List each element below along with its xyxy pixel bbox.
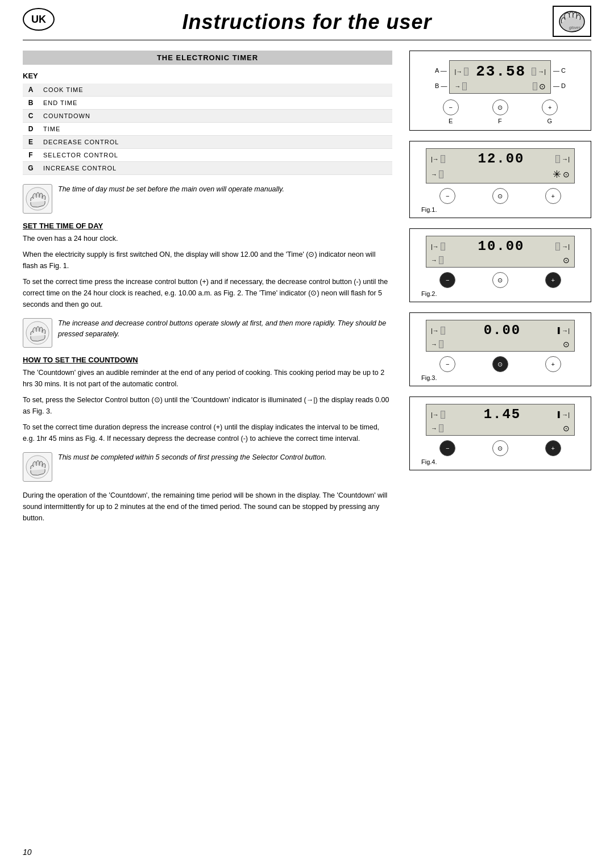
note-text-1: The time of day must be set before the m… (58, 184, 284, 195)
key-description: COOK TIME (39, 84, 392, 97)
fig1-time: 12.00 (447, 151, 555, 166)
fig1-minus-btn[interactable]: − (439, 188, 455, 204)
label-C: — C (553, 67, 566, 74)
hand-note-icon-3 (25, 454, 50, 479)
key-description: SELECTOR CONTROL (39, 149, 392, 162)
fig4-selector-btn[interactable]: ⊙ (492, 440, 508, 456)
set-time-para1: The oven has a 24 hour clock. (23, 233, 392, 244)
key-description: COUNTDOWN (39, 110, 392, 123)
key-description: DECREASE CONTROL (39, 136, 392, 149)
fig3-selector-btn[interactable]: ⊙ (492, 356, 508, 372)
set-time-para2: When the electricity supply is first swi… (23, 249, 392, 272)
fig2-time: 10.00 (447, 239, 555, 254)
fig1-label: Fig.1. (421, 206, 579, 213)
countdown-heading: HOW TO SET THE COUNTDOWN (23, 356, 392, 364)
svg-text:gloves: gloves (569, 26, 581, 30)
fig1-display: |→ 12.00 →| → ✳ ⊙ − (409, 141, 591, 218)
countdown-end-para1: During the operation of the 'Countdown',… (23, 490, 392, 524)
key-letter: G (23, 162, 39, 175)
hand-note-icon-2 (25, 320, 50, 345)
note-icon-1 (23, 184, 52, 214)
decrease-btn-main[interactable]: − (443, 99, 459, 115)
key-label: KEY (23, 72, 392, 80)
main-time-display: 23.58 (470, 63, 532, 80)
label-B: B — (435, 82, 447, 89)
header-divider (23, 40, 591, 40)
main-display-figure: A — B — |→ 23.58 →| → (409, 51, 591, 131)
key-letter: E (23, 136, 39, 149)
section-header: THE ELECTRONIC TIMER (23, 51, 392, 65)
fig2-minus-btn[interactable]: − (439, 272, 455, 288)
fig1-selector-btn[interactable]: ⊙ (492, 188, 508, 204)
increase-btn-main[interactable]: + (542, 99, 558, 115)
key-table-row: FSELECTOR CONTROL (23, 149, 392, 162)
fig2-label: Fig.2. (421, 290, 579, 297)
fig4-time: 1.45 (447, 407, 558, 422)
fig4-label: Fig.4. (421, 458, 579, 465)
fig3-display: |→ 0.00 ▌ →| → ⊙ − ⊙ (409, 312, 591, 386)
label-G: G (547, 118, 553, 124)
main-content: THE ELECTRONIC TIMER KEY ACOOK TIMEBEND … (0, 51, 614, 528)
note-box-2: The increase and decrease control button… (23, 318, 392, 348)
countdown-para1: The 'Countdown' gives an audible reminde… (23, 367, 392, 390)
uk-badge: UK (23, 8, 55, 31)
label-E: E (449, 118, 453, 124)
key-letter: F (23, 149, 39, 162)
fig4-plus-btn[interactable]: + (545, 440, 561, 456)
label-F: F (498, 118, 502, 124)
page-title: Instructions for the user (182, 10, 432, 34)
uk-label: UK (31, 14, 46, 26)
label-D: — D (553, 82, 566, 89)
countdown-para3: To set the correct time duration depress… (23, 422, 392, 444)
key-table-row: DTIME (23, 123, 392, 136)
key-table-row: GINCREASE CONTROL (23, 162, 392, 175)
fig3-minus-btn[interactable]: − (439, 356, 455, 372)
left-column: THE ELECTRONIC TIMER KEY ACOOK TIMEBEND … (23, 51, 392, 528)
fig1-plus-btn[interactable]: + (545, 188, 561, 204)
label-A: A — (435, 67, 447, 74)
set-time-para3: To set the correct time press the increa… (23, 276, 392, 310)
fig3-time: 0.00 (447, 323, 558, 338)
fig2-selector-btn[interactable]: ⊙ (492, 272, 508, 288)
page-number: 10 (23, 848, 32, 857)
key-description: TIME (39, 123, 392, 136)
key-letter: D (23, 123, 39, 136)
key-description: INCREASE CONTROL (39, 162, 392, 175)
key-letter: B (23, 97, 39, 110)
selector-btn-main[interactable]: ⊙ (492, 99, 508, 115)
key-table-row: CCOUNTDOWN (23, 110, 392, 123)
page-header: UK Instructions for the user gloves (0, 0, 614, 40)
key-table: ACOOK TIMEBEND TIMECCOUNTDOWNDTIMEEDECRE… (23, 84, 392, 175)
key-table-row: BEND TIME (23, 97, 392, 110)
note-icon-2 (23, 318, 52, 348)
key-table-row: ACOOK TIME (23, 84, 392, 97)
fig3-label: Fig.3. (421, 374, 579, 381)
note-text-2: The increase and decrease control button… (58, 318, 392, 340)
key-letter: A (23, 84, 39, 97)
hand-icon-svg: gloves (555, 7, 589, 36)
key-letter: C (23, 110, 39, 123)
header-icon: gloves (553, 6, 591, 37)
note-box-3: This must be completed within 5 seconds … (23, 452, 392, 482)
note-icon-3 (23, 452, 52, 482)
hand-note-icon (25, 186, 50, 211)
note-text-3: This must be completed within 5 seconds … (58, 452, 326, 463)
fig2-plus-btn[interactable]: + (545, 272, 561, 288)
fig4-minus-btn[interactable]: − (439, 440, 455, 456)
note-box-1: The time of day must be set before the m… (23, 184, 392, 214)
fig2-display: |→ 10.00 →| → ⊙ − ⊙ (409, 228, 591, 302)
fig3-plus-btn[interactable]: + (545, 356, 561, 372)
countdown-para2: To set, press the Selector Control butto… (23, 394, 392, 417)
right-column: A — B — |→ 23.58 →| → (409, 51, 591, 528)
fig4-display: |→ 1.45 ▌ →| → ⊙ − ⊙ (409, 397, 591, 470)
set-time-heading: SET THE TIME OF DAY (23, 222, 392, 230)
key-table-row: EDECREASE CONTROL (23, 136, 392, 149)
main-btn-labels: E F G (426, 118, 575, 124)
key-description: END TIME (39, 97, 392, 110)
